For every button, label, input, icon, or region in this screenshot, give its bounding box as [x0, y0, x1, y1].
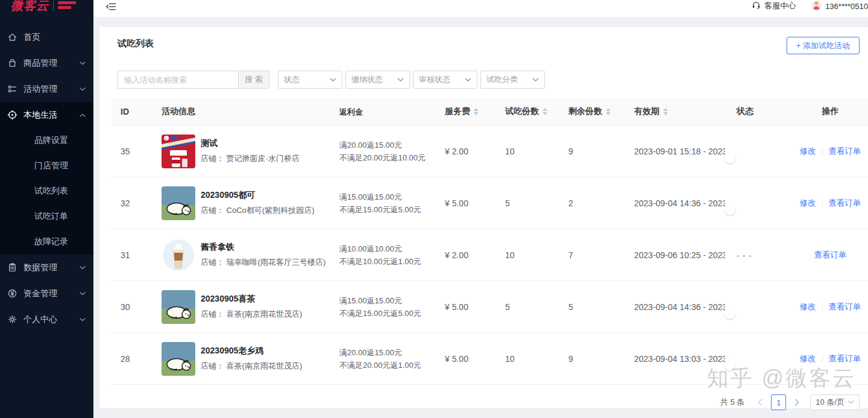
edit-link[interactable]: 修改 — [800, 353, 816, 364]
cell-actions: 修改 查看订单 — [793, 146, 868, 157]
activity-shop: 店铺： 喜茶(南京雨花世茂店) — [201, 309, 302, 320]
cell-activity-info: 20230905老乡鸡 店铺： 喜茶(南京雨花世茂店) — [150, 342, 330, 376]
edit-link[interactable]: 修改 — [800, 198, 816, 209]
service-center-label: 客服中心 — [764, 1, 796, 11]
view-orders-link[interactable]: 查看订单 — [829, 198, 861, 209]
payment-status-filter-select[interactable]: 缴纳状态 — [345, 71, 410, 89]
money-icon — [7, 288, 17, 299]
submenu-item-label: 试吃列表 — [34, 186, 68, 197]
topbar: 客服中心 136****0510 — [93, 0, 868, 17]
sidebar-item-label: 商品管理 — [24, 58, 57, 69]
tasting-category-filter-select[interactable]: 试吃分类 — [480, 71, 545, 89]
goods-icon — [7, 58, 17, 68]
select-value: 缴纳状态 — [351, 74, 383, 85]
header-portions[interactable]: 试吃份数 — [495, 106, 558, 117]
submenu-item-label: 门店管理 — [34, 160, 68, 171]
sidebar-item-tasting-list[interactable]: 试吃列表 — [0, 179, 93, 204]
sort-icon[interactable] — [606, 108, 611, 115]
view-orders-link[interactable]: 查看订单 — [829, 302, 861, 312]
topbar-right: 客服中心 136****0510 — [752, 0, 868, 12]
view-orders-link[interactable]: 查看订单 — [814, 250, 847, 261]
cell-rebate: 满20.00返15.00元 不满足20.00元返10.00元 — [330, 139, 435, 164]
search-button[interactable]: 搜 索 — [238, 71, 269, 89]
search-input[interactable] — [118, 71, 238, 89]
table-row: 31 酱香拿铁 店铺： 瑞幸咖啡(雨花客厅三号楼店) 满10.00返10.00元… — [112, 229, 868, 281]
sidebar-item-fault-records[interactable]: 故障记录 — [0, 229, 93, 255]
sidebar-item-goods[interactable]: 商品管理 — [0, 50, 93, 76]
cell-portions: 5 — [495, 198, 558, 208]
table-row: 32 20230905都可 店铺： CoCo都可(紫荆科技园店) 满15.00返… — [112, 177, 868, 229]
cell-remaining: 5 — [558, 302, 624, 312]
audit-status-filter-select[interactable]: 审核状态 — [413, 71, 477, 89]
cell-remaining: 9 — [558, 354, 624, 364]
prev-page-button[interactable] — [753, 394, 767, 410]
page-size-select[interactable]: 10 条/页 — [810, 394, 860, 410]
activity-text: 20230905老乡鸡 店铺： 喜茶(南京雨花世茂店) — [201, 346, 302, 372]
content-card: 试吃列表 + 添加试吃活动 搜 索 状态 缴纳状态 — [99, 27, 868, 408]
service-center[interactable]: 客服中心 — [752, 1, 796, 11]
chevron-down-icon — [80, 87, 86, 91]
page-title: 试吃列表 — [118, 38, 154, 49]
cell-validity: 2023-09-04 13:03 - 2023 — [624, 354, 725, 364]
cell-service-fee: ¥ 2.00 — [435, 147, 495, 156]
account[interactable]: 136****0510 — [811, 0, 868, 12]
sidebar-item-data-mgmt[interactable]: 数据管理 — [0, 255, 93, 280]
sidebar-item-tasting-orders[interactable]: 试吃订单 — [0, 204, 93, 229]
page-number-button[interactable]: 1 — [771, 394, 786, 410]
next-page-button[interactable] — [790, 394, 804, 410]
chevron-down-icon — [330, 78, 336, 82]
edit-link[interactable]: 修改 — [800, 146, 816, 157]
sidebar-item-home[interactable]: 首页 — [0, 24, 93, 50]
search-group: 搜 索 — [118, 71, 269, 89]
brand-logo: 微客云 — [0, 0, 93, 17]
header-action: 操作 — [793, 106, 868, 117]
sidebar-group-local-life: 本地生活 品牌设置 门店管理 试吃列表 试吃订单 故障记录 — [0, 102, 93, 255]
submenu-item-label: 试吃订单 — [34, 211, 68, 222]
header-validity[interactable]: 有效期 — [624, 106, 725, 117]
sidebar-item-label: 资金管理 — [24, 288, 57, 299]
activity-thumbnail-dog — [162, 342, 195, 376]
page-size-value: 10 条/页 — [816, 397, 844, 408]
clipboard-icon — [7, 262, 17, 273]
activity-thumbnail-dog — [162, 186, 195, 220]
sidebar-item-local-life[interactable]: 本地生活 — [0, 102, 93, 128]
header-remaining[interactable]: 剩余份数 — [558, 106, 624, 117]
cell-id: 32 — [112, 198, 150, 208]
sidebar-item-label: 本地生活 — [24, 110, 57, 121]
cell-service-fee: ¥ 5.00 — [435, 302, 495, 312]
switch-knob — [725, 153, 735, 163]
table-row: 30 20230905喜茶 店铺： 喜茶(南京雨花世茂店) 满15.00返15.… — [112, 281, 868, 333]
table-row: 28 20230905老乡鸡 店铺： 喜茶(南京雨花世茂店) 满20.00返15… — [112, 333, 868, 385]
sidebar-menu: 首页 商品管理 活动管理 本地生活 — [0, 24, 93, 332]
status-filter-select[interactable]: 状态 — [278, 71, 342, 89]
cell-remaining: 7 — [558, 250, 624, 260]
sort-icon[interactable] — [663, 108, 668, 115]
submenu-item-label: 品牌设置 — [34, 135, 68, 146]
activity-thumbnail-poster: L — [162, 135, 195, 168]
app-root: 微客云 首页 商品管理 活动管理 — [0, 0, 868, 418]
menu-fold-icon[interactable] — [105, 2, 116, 11]
header-rebate: 返利金 — [330, 106, 435, 118]
cell-id: 31 — [112, 250, 150, 260]
add-tasting-activity-button[interactable]: + 添加试吃活动 — [787, 37, 860, 54]
sort-icon[interactable] — [542, 108, 547, 115]
cell-activity-info: 酱香拿铁 店铺： 瑞幸咖啡(雨花客厅三号楼店) — [150, 238, 330, 272]
header-service-fee[interactable]: 服务费 — [435, 106, 495, 117]
sidebar-item-label: 活动管理 — [24, 84, 57, 95]
sidebar-item-funds-mgmt[interactable]: 资金管理 — [0, 280, 93, 306]
view-orders-link[interactable]: 查看订单 — [829, 353, 861, 364]
sort-icon[interactable] — [474, 108, 479, 115]
switch-knob — [725, 360, 735, 371]
cell-rebate: 满20.00返15.00元 不满足20.00元返1.00元 — [330, 346, 435, 372]
sidebar-item-store-mgmt[interactable]: 门店管理 — [0, 153, 93, 179]
chevron-up-icon — [80, 113, 86, 117]
chevron-down-icon — [848, 401, 854, 404]
sidebar-item-label: 首页 — [24, 32, 40, 43]
view-orders-link[interactable]: 查看订单 — [829, 146, 861, 157]
edit-link[interactable]: 修改 — [800, 302, 816, 312]
cell-actions: 修改 查看订单 — [793, 198, 868, 209]
sidebar-item-brand-setting[interactable]: 品牌设置 — [0, 128, 93, 153]
logo-subtext — [58, 1, 76, 9]
sidebar-item-profile[interactable]: 个人中心 — [0, 306, 93, 332]
sidebar-item-activity[interactable]: 活动管理 — [0, 76, 93, 102]
